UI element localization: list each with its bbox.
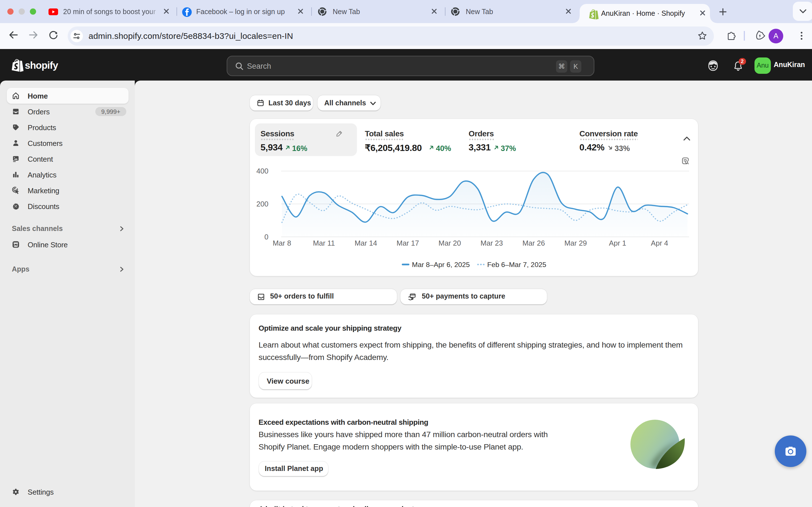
svg-text:Apr 1: Apr 1 bbox=[609, 239, 626, 247]
svg-text:Apr 4: Apr 4 bbox=[651, 239, 668, 247]
svg-text:0: 0 bbox=[264, 233, 268, 241]
svg-text:Mar 14: Mar 14 bbox=[355, 239, 377, 247]
svg-text:Mar 17: Mar 17 bbox=[397, 239, 419, 247]
svg-text:Mar 29: Mar 29 bbox=[564, 239, 587, 247]
svg-text:200: 200 bbox=[256, 200, 268, 208]
svg-text:Mar 11: Mar 11 bbox=[313, 239, 335, 247]
svg-text:Mar 8–Apr 6, 2025: Mar 8–Apr 6, 2025 bbox=[412, 261, 470, 269]
svg-text:400: 400 bbox=[256, 167, 268, 175]
svg-text:Mar 8: Mar 8 bbox=[273, 239, 291, 247]
svg-text:Feb 6–Mar 7, 2025: Feb 6–Mar 7, 2025 bbox=[487, 261, 546, 269]
svg-text:Mar 20: Mar 20 bbox=[439, 239, 461, 247]
svg-text:Mar 23: Mar 23 bbox=[480, 239, 503, 247]
svg-text:Mar 26: Mar 26 bbox=[522, 239, 545, 247]
